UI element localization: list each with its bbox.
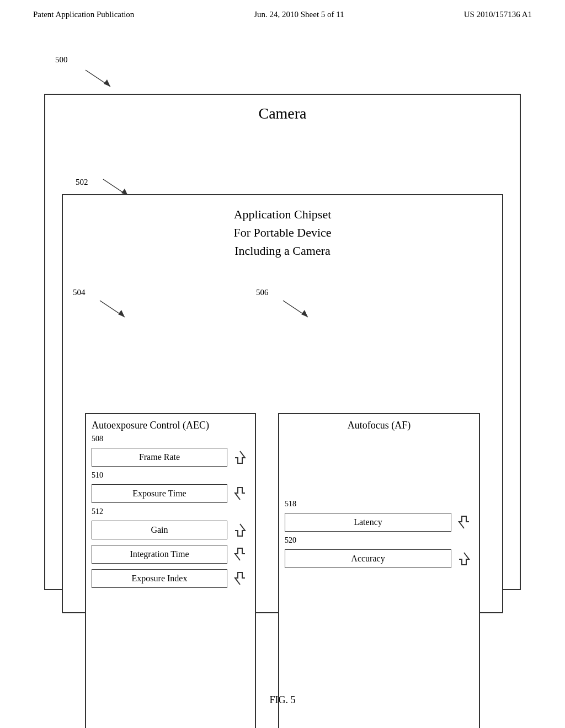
- gain-row: Gain: [92, 521, 249, 539]
- frame-rate-row: Frame Rate: [92, 448, 249, 467]
- exposure-time-row: Exposure Time: [92, 484, 249, 503]
- svg-marker-5: [118, 310, 125, 317]
- accuracy-row: Accuracy: [285, 549, 473, 568]
- ref-512: 512: [92, 507, 249, 516]
- gain-box: Gain: [92, 521, 227, 539]
- ref-508: 508: [92, 435, 249, 443]
- label-502: 502: [76, 178, 88, 187]
- ref-520: 520: [285, 536, 473, 545]
- svg-marker-1: [104, 79, 110, 87]
- accuracy-box: Accuracy: [285, 549, 451, 568]
- appchip-box: Application Chipset For Portable Device …: [62, 194, 503, 613]
- integration-time-row: Integration Time: [92, 545, 249, 564]
- af-title: Autofocus (AF): [279, 414, 479, 433]
- svg-marker-7: [301, 310, 308, 317]
- frame-rate-up-arrow-icon: [231, 448, 249, 467]
- fig-caption: FIG. 5: [0, 694, 565, 706]
- arrow-506-icon: [280, 298, 313, 320]
- header-middle: Jun. 24, 2010 Sheet 5 of 11: [254, 10, 344, 19]
- camera-box: Camera 502 Application Chipset For Porta…: [44, 94, 521, 590]
- header-right: US 2010/157136 A1: [464, 10, 532, 19]
- exposure-time-down-arrow-icon: [231, 484, 249, 503]
- arrow-500-icon: [83, 67, 116, 89]
- exposure-index-row: Exposure Index: [92, 569, 249, 588]
- latency-box: Latency: [285, 513, 451, 532]
- label-504: 504: [73, 288, 86, 297]
- label-500: 500: [55, 55, 68, 65]
- header-left: Patent Application Publication: [33, 10, 134, 19]
- camera-title: Camera: [45, 95, 520, 122]
- frame-rate-box: Frame Rate: [92, 448, 227, 467]
- page-header: Patent Application Publication Jun. 24, …: [0, 0, 565, 19]
- aec-title: Autoexposure Control (AEC): [86, 414, 255, 433]
- label-506: 506: [256, 288, 269, 297]
- exposure-time-box: Exposure Time: [92, 484, 227, 503]
- integration-time-down-arrow-icon: [231, 545, 249, 564]
- accuracy-up-arrow-icon: [455, 549, 473, 568]
- exposure-index-box: Exposure Index: [92, 569, 227, 588]
- arrow-504-icon: [97, 298, 130, 320]
- exposure-index-down-arrow-icon: [231, 569, 249, 588]
- latency-down-arrow-icon: [455, 513, 473, 532]
- af-box: Autofocus (AF) 518 Latency 520 Accuracy: [278, 413, 480, 728]
- ref-518: 518: [285, 500, 473, 508]
- integration-time-box: Integration Time: [92, 545, 227, 564]
- latency-row: Latency: [285, 513, 473, 532]
- ref-510: 510: [92, 471, 249, 480]
- appchip-title: Application Chipset For Portable Device …: [63, 195, 502, 260]
- gain-up-arrow-icon: [231, 521, 249, 539]
- aec-box: Autoexposure Control (AEC) 508 Frame Rat…: [85, 413, 256, 728]
